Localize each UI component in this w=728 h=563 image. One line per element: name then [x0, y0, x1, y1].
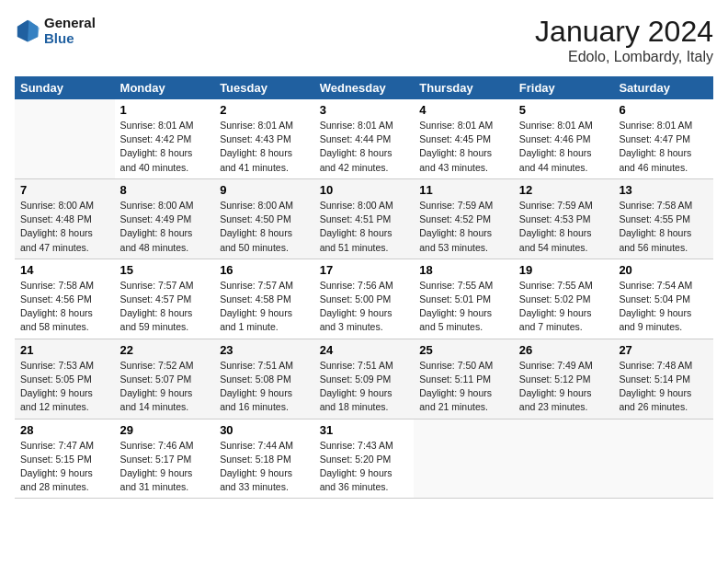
day-info: Sunrise: 7:55 AMSunset: 5:01 PMDaylight:…: [419, 279, 508, 335]
day-cell: 11Sunrise: 7:59 AMSunset: 4:52 PMDayligh…: [414, 178, 514, 259]
title-block: January 2024 Edolo, Lombardy, Italy: [535, 15, 713, 65]
day-info: Sunrise: 7:46 AMSunset: 5:17 PMDaylight:…: [120, 439, 210, 495]
day-number: 6: [619, 103, 708, 117]
week-row-1: 1Sunrise: 8:01 AMSunset: 4:42 PMDaylight…: [15, 99, 713, 178]
page-container: General Blue January 2024 Edolo, Lombard…: [0, 0, 728, 506]
col-tuesday: Tuesday: [214, 76, 314, 99]
day-cell: 8Sunrise: 8:00 AMSunset: 4:49 PMDaylight…: [115, 178, 215, 259]
month-title: January 2024: [535, 15, 713, 49]
day-number: 28: [20, 423, 109, 437]
col-saturday: Saturday: [613, 76, 713, 99]
day-cell: 26Sunrise: 7:49 AMSunset: 5:12 PMDayligh…: [514, 339, 614, 419]
day-cell: 28Sunrise: 7:47 AMSunset: 5:15 PMDayligh…: [15, 419, 115, 499]
logo-text: General Blue: [44, 15, 96, 46]
day-cell: 16Sunrise: 7:57 AMSunset: 4:58 PMDayligh…: [214, 259, 314, 339]
day-number: 16: [220, 263, 309, 277]
day-cell: 27Sunrise: 7:48 AMSunset: 5:14 PMDayligh…: [613, 339, 713, 419]
day-info: Sunrise: 7:57 AMSunset: 4:57 PMDaylight:…: [120, 279, 210, 335]
calendar-table: Sunday Monday Tuesday Wednesday Thursday…: [15, 76, 713, 499]
day-info: Sunrise: 7:43 AMSunset: 5:20 PMDaylight:…: [320, 439, 409, 495]
col-wednesday: Wednesday: [314, 76, 415, 99]
day-cell: [613, 419, 713, 499]
page-header: General Blue January 2024 Edolo, Lombard…: [15, 15, 713, 65]
day-number: 7: [20, 183, 109, 197]
day-cell: 24Sunrise: 7:51 AMSunset: 5:09 PMDayligh…: [314, 339, 415, 419]
day-info: Sunrise: 7:59 AMSunset: 4:52 PMDaylight:…: [419, 199, 508, 255]
week-row-3: 14Sunrise: 7:58 AMSunset: 4:56 PMDayligh…: [15, 259, 713, 339]
day-info: Sunrise: 7:55 AMSunset: 5:02 PMDaylight:…: [519, 279, 609, 335]
day-cell: [514, 419, 614, 499]
svg-marker-1: [28, 20, 40, 42]
day-cell: 5Sunrise: 8:01 AMSunset: 4:46 PMDaylight…: [514, 99, 614, 178]
week-row-4: 21Sunrise: 7:53 AMSunset: 5:05 PMDayligh…: [15, 339, 713, 419]
day-cell: [414, 419, 514, 499]
week-row-2: 7Sunrise: 8:00 AMSunset: 4:48 PMDaylight…: [15, 178, 713, 259]
day-cell: 15Sunrise: 7:57 AMSunset: 4:57 PMDayligh…: [115, 259, 215, 339]
day-info: Sunrise: 7:58 AMSunset: 4:55 PMDaylight:…: [619, 199, 708, 255]
day-number: 18: [419, 263, 508, 277]
day-number: 10: [320, 183, 409, 197]
day-number: 25: [419, 343, 508, 357]
day-cell: 10Sunrise: 8:00 AMSunset: 4:51 PMDayligh…: [314, 178, 415, 259]
day-cell: 14Sunrise: 7:58 AMSunset: 4:56 PMDayligh…: [15, 259, 115, 339]
day-cell: 3Sunrise: 8:01 AMSunset: 4:44 PMDaylight…: [314, 99, 415, 178]
day-cell: 19Sunrise: 7:55 AMSunset: 5:02 PMDayligh…: [514, 259, 614, 339]
day-cell: [15, 99, 115, 178]
day-info: Sunrise: 7:51 AMSunset: 5:09 PMDaylight:…: [320, 359, 409, 415]
day-info: Sunrise: 8:00 AMSunset: 4:50 PMDaylight:…: [220, 199, 309, 255]
day-number: 17: [320, 263, 409, 277]
day-number: 13: [619, 183, 708, 197]
day-info: Sunrise: 7:54 AMSunset: 5:04 PMDaylight:…: [619, 279, 708, 335]
day-info: Sunrise: 7:51 AMSunset: 5:08 PMDaylight:…: [220, 359, 309, 415]
day-info: Sunrise: 8:00 AMSunset: 4:48 PMDaylight:…: [20, 199, 109, 255]
day-cell: 22Sunrise: 7:52 AMSunset: 5:07 PMDayligh…: [115, 339, 215, 419]
day-info: Sunrise: 7:53 AMSunset: 5:05 PMDaylight:…: [20, 359, 109, 415]
day-info: Sunrise: 8:01 AMSunset: 4:47 PMDaylight:…: [619, 119, 708, 175]
day-number: 21: [20, 343, 109, 357]
day-number: 8: [120, 183, 210, 197]
day-info: Sunrise: 8:00 AMSunset: 4:51 PMDaylight:…: [320, 199, 409, 255]
day-info: Sunrise: 7:47 AMSunset: 5:15 PMDaylight:…: [20, 439, 109, 495]
day-info: Sunrise: 8:01 AMSunset: 4:43 PMDaylight:…: [220, 119, 309, 175]
col-sunday: Sunday: [15, 76, 115, 99]
day-info: Sunrise: 7:44 AMSunset: 5:18 PMDaylight:…: [220, 439, 309, 495]
day-number: 24: [320, 343, 409, 357]
day-number: 20: [619, 263, 708, 277]
week-row-5: 28Sunrise: 7:47 AMSunset: 5:15 PMDayligh…: [15, 419, 713, 499]
logo: General Blue: [15, 15, 96, 46]
day-info: Sunrise: 8:01 AMSunset: 4:44 PMDaylight:…: [320, 119, 409, 175]
day-number: 14: [20, 263, 109, 277]
day-cell: 17Sunrise: 7:56 AMSunset: 5:00 PMDayligh…: [314, 259, 415, 339]
day-cell: 4Sunrise: 8:01 AMSunset: 4:45 PMDaylight…: [414, 99, 514, 178]
day-number: 4: [419, 103, 508, 117]
day-number: 1: [120, 103, 210, 117]
day-cell: 7Sunrise: 8:00 AMSunset: 4:48 PMDaylight…: [15, 178, 115, 259]
day-number: 22: [120, 343, 210, 357]
day-cell: 25Sunrise: 7:50 AMSunset: 5:11 PMDayligh…: [414, 339, 514, 419]
day-cell: 2Sunrise: 8:01 AMSunset: 4:43 PMDaylight…: [214, 99, 314, 178]
day-number: 31: [320, 423, 409, 437]
day-info: Sunrise: 7:57 AMSunset: 4:58 PMDaylight:…: [220, 279, 309, 335]
day-info: Sunrise: 7:48 AMSunset: 5:14 PMDaylight:…: [619, 359, 708, 415]
col-friday: Friday: [514, 76, 614, 99]
col-thursday: Thursday: [414, 76, 514, 99]
day-number: 26: [519, 343, 609, 357]
header-row: Sunday Monday Tuesday Wednesday Thursday…: [15, 76, 713, 99]
day-info: Sunrise: 7:59 AMSunset: 4:53 PMDaylight:…: [519, 199, 609, 255]
day-cell: 1Sunrise: 8:01 AMSunset: 4:42 PMDaylight…: [115, 99, 215, 178]
day-number: 30: [220, 423, 309, 437]
location: Edolo, Lombardy, Italy: [535, 49, 713, 65]
day-cell: 18Sunrise: 7:55 AMSunset: 5:01 PMDayligh…: [414, 259, 514, 339]
day-info: Sunrise: 7:58 AMSunset: 4:56 PMDaylight:…: [20, 279, 109, 335]
day-number: 29: [120, 423, 210, 437]
day-number: 15: [120, 263, 210, 277]
col-monday: Monday: [115, 76, 215, 99]
day-cell: 23Sunrise: 7:51 AMSunset: 5:08 PMDayligh…: [214, 339, 314, 419]
day-cell: 13Sunrise: 7:58 AMSunset: 4:55 PMDayligh…: [613, 178, 713, 259]
day-number: 11: [419, 183, 508, 197]
day-info: Sunrise: 7:49 AMSunset: 5:12 PMDaylight:…: [519, 359, 609, 415]
day-info: Sunrise: 8:01 AMSunset: 4:46 PMDaylight:…: [519, 119, 609, 175]
day-number: 23: [220, 343, 309, 357]
day-info: Sunrise: 7:50 AMSunset: 5:11 PMDaylight:…: [419, 359, 508, 415]
day-cell: 12Sunrise: 7:59 AMSunset: 4:53 PMDayligh…: [514, 178, 614, 259]
